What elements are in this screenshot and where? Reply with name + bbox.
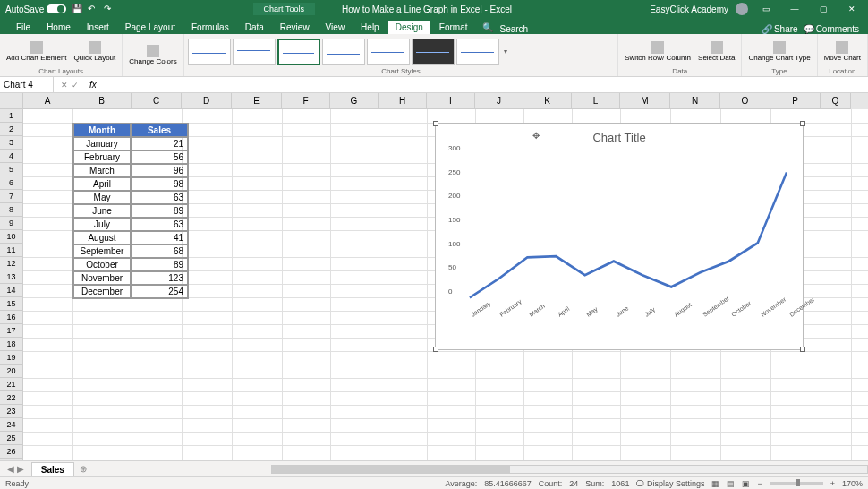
cell-sales[interactable]: 123 <box>131 271 188 285</box>
change-chart-type-button[interactable]: Change Chart Type <box>745 39 813 64</box>
menu-home[interactable]: Home <box>39 21 78 34</box>
row-header-10[interactable]: 10 <box>0 230 23 244</box>
chart-style-6[interactable] <box>412 39 455 65</box>
cell-month[interactable]: March <box>73 164 131 177</box>
cell-month[interactable]: October <box>73 258 131 271</box>
close-button[interactable]: ✕ <box>841 1 863 17</box>
column-header-L[interactable]: L <box>572 93 620 109</box>
row-header-20[interactable]: 20 <box>0 365 23 378</box>
column-header-H[interactable]: H <box>379 93 427 109</box>
table-header-sales[interactable]: Sales <box>131 124 188 137</box>
account-name[interactable]: EasyClick Academy <box>650 4 728 14</box>
cell-month[interactable]: January <box>73 137 131 150</box>
cell-sales[interactable]: 98 <box>131 177 188 191</box>
cell-month[interactable]: June <box>73 204 131 218</box>
horizontal-scrollbar[interactable] <box>271 465 868 474</box>
cell-sales[interactable]: 63 <box>131 218 188 231</box>
undo-icon[interactable]: ↶ <box>88 4 98 14</box>
search-icon[interactable]: 🔍 <box>477 21 498 34</box>
chart-style-1[interactable] <box>188 39 231 65</box>
cell-sales[interactable]: 68 <box>131 244 188 258</box>
row-header-17[interactable]: 17 <box>0 324 23 338</box>
zoom-level[interactable]: 170% <box>842 479 863 488</box>
menu-review[interactable]: Review <box>273 21 317 34</box>
menu-file[interactable]: File <box>9 21 38 34</box>
row-header-26[interactable]: 26 <box>0 445 23 459</box>
cells-area[interactable]: Month Sales January21February56March96Ap… <box>23 109 868 469</box>
cell-month[interactable]: December <box>73 285 131 298</box>
menu-design[interactable]: Design <box>388 21 430 34</box>
column-header-M[interactable]: M <box>620 93 670 109</box>
cell-month[interactable]: July <box>73 218 131 231</box>
view-normal-icon[interactable]: ▦ <box>711 479 719 488</box>
share-button[interactable]: 🔗 Share <box>762 24 798 34</box>
chart-style-2[interactable] <box>233 39 276 65</box>
menu-page-layout[interactable]: Page Layout <box>118 21 183 34</box>
column-header-J[interactable]: J <box>475 93 523 109</box>
column-header-K[interactable]: K <box>523 93 572 109</box>
save-icon[interactable]: 💾 <box>72 4 82 14</box>
cell-sales[interactable]: 96 <box>131 164 188 177</box>
cell-sales[interactable]: 41 <box>131 231 188 244</box>
formula-input[interactable] <box>100 80 868 90</box>
zoom-in-button[interactable]: + <box>830 479 835 488</box>
chart-styles-more-icon[interactable]: ▾ <box>501 47 510 56</box>
cell-month[interactable]: April <box>73 177 131 191</box>
cell-sales[interactable]: 21 <box>131 137 188 150</box>
zoom-out-button[interactable]: − <box>757 479 762 488</box>
row-header-2[interactable]: 2 <box>0 123 23 136</box>
column-header-F[interactable]: F <box>282 93 330 109</box>
row-header-25[interactable]: 25 <box>0 432 23 445</box>
row-header-13[interactable]: 13 <box>0 270 23 284</box>
row-header-24[interactable]: 24 <box>0 418 23 432</box>
cell-sales[interactable]: 63 <box>131 191 188 204</box>
change-colors-button[interactable]: Change Colors <box>126 43 179 68</box>
plot-area[interactable]: 050100150200250300 <box>452 148 787 309</box>
row-header-5[interactable]: 5 <box>0 163 23 176</box>
cell-month[interactable]: August <box>73 231 131 244</box>
sheet-nav-prev-icon[interactable]: ◀ ▶ <box>0 464 31 474</box>
formula-cancel-icon[interactable]: ✕ <box>61 81 68 90</box>
cell-sales[interactable]: 56 <box>131 150 188 164</box>
chart-style-4[interactable] <box>322 39 365 65</box>
row-header-6[interactable]: 6 <box>0 176 23 190</box>
column-header-A[interactable]: A <box>23 93 72 109</box>
row-header-12[interactable]: 12 <box>0 257 23 270</box>
cell-sales[interactable]: 89 <box>131 204 188 218</box>
menu-help[interactable]: Help <box>353 21 387 34</box>
table-header-month[interactable]: Month <box>73 124 131 137</box>
switch-row-column-button[interactable]: Switch Row/ Column <box>622 39 694 64</box>
select-all-button[interactable] <box>0 93 23 109</box>
column-header-O[interactable]: O <box>720 93 770 109</box>
row-header-9[interactable]: 9 <box>0 217 23 230</box>
chart-style-3[interactable] <box>277 39 320 65</box>
name-box[interactable]: Chart 4 <box>0 77 54 92</box>
zoom-slider[interactable] <box>770 482 823 485</box>
column-header-P[interactable]: P <box>770 93 821 109</box>
cell-month[interactable]: November <box>73 271 131 285</box>
resize-handle-nw[interactable] <box>433 121 438 126</box>
cell-month[interactable]: September <box>73 244 131 258</box>
row-header-21[interactable]: 21 <box>0 378 23 391</box>
view-page-layout-icon[interactable]: ▤ <box>727 479 735 488</box>
add-chart-element-button[interactable]: Add Chart Element <box>4 39 70 64</box>
column-header-I[interactable]: I <box>427 93 475 109</box>
chart-title[interactable]: Chart Title <box>436 124 803 148</box>
chart-style-5[interactable] <box>367 39 410 65</box>
row-header-19[interactable]: 19 <box>0 351 23 365</box>
resize-handle-ne[interactable] <box>800 121 805 126</box>
display-settings[interactable]: 🖵 Display Settings <box>636 479 704 488</box>
menu-view[interactable]: View <box>319 21 353 34</box>
sheet-tab-sales[interactable]: Sales <box>31 462 74 476</box>
resize-handle-se[interactable] <box>800 347 805 352</box>
maximize-button[interactable]: ▢ <box>813 1 834 17</box>
column-header-C[interactable]: C <box>132 93 182 109</box>
menu-insert[interactable]: Insert <box>80 21 116 34</box>
row-header-15[interactable]: 15 <box>0 297 23 311</box>
minimize-button[interactable]: — <box>784 1 805 17</box>
redo-icon[interactable]: ↷ <box>104 4 115 14</box>
cell-month[interactable]: February <box>73 150 131 164</box>
row-header-18[interactable]: 18 <box>0 338 23 351</box>
quick-layout-button[interactable]: Quick Layout <box>72 39 119 64</box>
fx-icon[interactable]: fx <box>86 80 100 90</box>
